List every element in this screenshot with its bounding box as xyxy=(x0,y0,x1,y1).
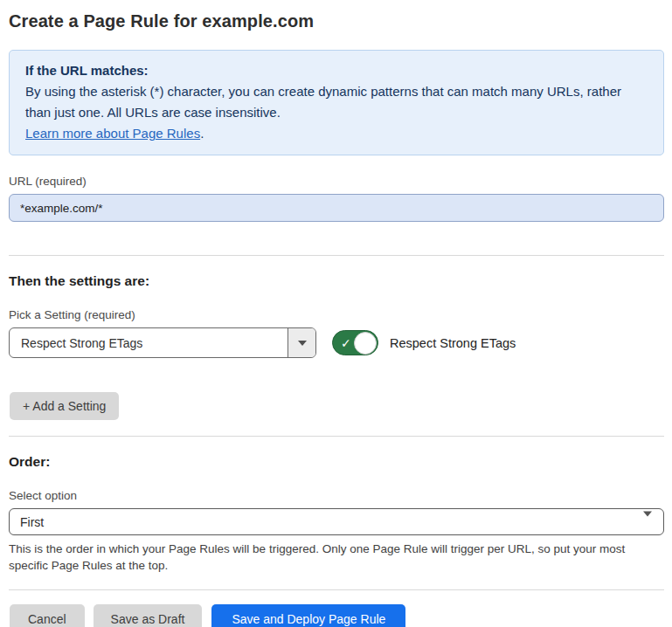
order-heading: Order: xyxy=(9,454,664,470)
order-help-text: This is the order in which your Page Rul… xyxy=(9,541,657,574)
setting-dropdown[interactable]: Respect Strong ETags xyxy=(9,327,316,358)
toggle-label: Respect Strong ETags xyxy=(390,336,516,350)
settings-heading: Then the settings are: xyxy=(9,273,664,289)
cancel-button[interactable]: Cancel xyxy=(10,604,85,627)
setting-dropdown-value: Respect Strong ETags xyxy=(10,328,288,357)
info-box-heading: If the URL matches: xyxy=(25,60,648,81)
setting-dropdown-arrow-button[interactable] xyxy=(288,328,315,357)
chevron-down-icon xyxy=(298,341,307,346)
section-divider xyxy=(9,436,664,437)
respect-strong-etags-toggle[interactable]: ✓ xyxy=(332,330,378,355)
check-icon: ✓ xyxy=(341,336,351,348)
learn-more-link[interactable]: Learn more about Page Rules xyxy=(25,126,200,141)
order-select-value: First xyxy=(20,515,44,529)
page-title: Create a Page Rule for example.com xyxy=(9,11,664,31)
setting-picker-label: Pick a Setting (required) xyxy=(9,308,664,321)
link-suffix: . xyxy=(200,126,204,141)
order-select[interactable]: First xyxy=(9,508,664,535)
url-input[interactable] xyxy=(9,194,664,222)
form-actions: Cancel Save as Draft Save and Deploy Pag… xyxy=(10,604,664,627)
footer-divider xyxy=(9,589,664,590)
url-field-label: URL (required) xyxy=(9,175,664,188)
toggle-knob xyxy=(354,332,377,355)
create-page-rule-form: Create a Page Rule for example.com If th… xyxy=(0,0,672,627)
save-as-draft-button[interactable]: Save as Draft xyxy=(94,604,203,627)
caret-down-icon xyxy=(643,516,652,530)
save-and-deploy-button[interactable]: Save and Deploy Page Rule xyxy=(211,604,405,627)
setting-toggle-group: ✓ Respect Strong ETags xyxy=(332,330,516,355)
section-divider xyxy=(9,255,664,256)
add-setting-button[interactable]: + Add a Setting xyxy=(10,392,119,420)
order-select-label: Select option xyxy=(9,489,664,502)
url-match-info-box: If the URL matches: By using the asteris… xyxy=(9,50,664,155)
info-box-body: By using the asterisk (*) character, you… xyxy=(25,81,648,123)
setting-row: Respect Strong ETags ✓ Respect Strong ET… xyxy=(9,327,664,358)
info-box-link-line: Learn more about Page Rules. xyxy=(25,123,648,144)
